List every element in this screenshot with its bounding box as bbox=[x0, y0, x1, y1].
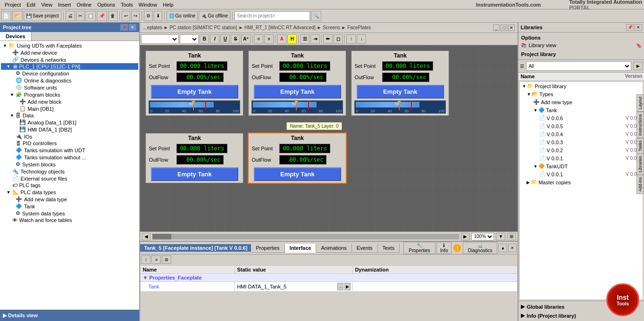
lib-item-tank[interactable]: ▼ 🔷 Tank bbox=[520, 106, 643, 114]
highlight-btn[interactable]: H bbox=[287, 34, 297, 44]
menu-tools[interactable]: Tools bbox=[118, 1, 136, 8]
filter-select[interactable]: All bbox=[526, 61, 631, 71]
bold-btn[interactable]: B bbox=[200, 34, 209, 44]
compile-btn[interactable]: ⚙ bbox=[144, 11, 153, 21]
tree-item[interactable]: 🔷Tank bbox=[1, 203, 138, 210]
tree-item[interactable]: ▼📐PLC data types bbox=[1, 189, 138, 196]
go-online-btn[interactable]: 🌐 Go online bbox=[167, 11, 198, 21]
properties-btn[interactable]: 🔧 Properties bbox=[403, 242, 435, 254]
tab-animations[interactable]: Animations bbox=[316, 244, 351, 253]
tree-item[interactable]: ▼🧩Program blocks bbox=[1, 91, 138, 98]
lib-item-tankudt[interactable]: ▼ 🔶 TankUDT bbox=[520, 162, 643, 170]
list-btn[interactable]: ☰ bbox=[300, 34, 309, 44]
menu-online[interactable]: Online bbox=[74, 1, 94, 8]
lib-item-v004[interactable]: 📄 V 0.0.4 V 0.0.4 bbox=[520, 130, 643, 138]
canvas-scroll[interactable]: Tank Set Point 00.000 liters OutFlow 00.… bbox=[140, 45, 518, 231]
menu-view[interactable]: View bbox=[38, 1, 55, 8]
diagnostics-btn[interactable]: 🔬 Diagnostics bbox=[463, 242, 498, 254]
move-down-btn[interactable]: ↓ bbox=[357, 34, 366, 44]
italic-btn[interactable]: I bbox=[210, 34, 219, 44]
delete-btn[interactable]: 🗑 bbox=[108, 11, 117, 21]
side-tab-instructions[interactable]: Instructions bbox=[636, 112, 644, 138]
canvas-hscroll[interactable] bbox=[152, 234, 459, 239]
tab-interface[interactable]: Interface bbox=[285, 244, 317, 253]
tree-item[interactable]: 📋Main [OB1] bbox=[1, 105, 138, 112]
tree-item[interactable]: 📄External source files bbox=[1, 175, 138, 182]
paste-btn[interactable]: 📌 bbox=[97, 11, 107, 21]
tree-item[interactable]: 🎛PID controllers bbox=[1, 140, 138, 147]
tree-item[interactable]: 🌐Online & diagnostics bbox=[1, 77, 138, 84]
canvas-prev-btn[interactable]: ◀ bbox=[142, 233, 151, 240]
tree-item[interactable]: ⚙Device configuration bbox=[1, 70, 138, 77]
superscript-btn[interactable]: A⁺ bbox=[241, 34, 251, 44]
tree-item[interactable]: 🔩Technology objects bbox=[1, 168, 138, 175]
bottom-expand-btn[interactable]: ▲ bbox=[498, 244, 507, 252]
undo-btn[interactable]: ↩ bbox=[122, 11, 130, 21]
lib-item-v006[interactable]: 📄 V 0.0.6 V 0.0.6 bbox=[520, 114, 643, 122]
save-btn[interactable]: 💾 Save project bbox=[24, 11, 61, 21]
expand-all-btn[interactable]: ⊞ bbox=[162, 255, 171, 264]
filter-btn[interactable]: ≡ bbox=[151, 255, 161, 264]
breadcrumb-close-btn[interactable]: ✕ bbox=[508, 25, 515, 31]
lib-item-master[interactable]: ▶ 📁 Master copies bbox=[520, 178, 643, 186]
tree-item[interactable]: ➕Add new device bbox=[1, 49, 138, 56]
copy-btn[interactable]: 📋 bbox=[85, 11, 96, 21]
tree-item[interactable]: ➕Add new block bbox=[1, 98, 138, 105]
empty-tank-btn-3[interactable]: Empty Tank bbox=[357, 85, 444, 99]
tree-item[interactable]: ⚙System data types bbox=[1, 210, 138, 217]
tree-item[interactable]: ➕Add new data type bbox=[1, 196, 138, 203]
menu-edit[interactable]: Edit bbox=[24, 1, 38, 8]
prop-value-tank[interactable]: HMI DATA_1_Tank_5 ... ▶ bbox=[235, 282, 353, 292]
open-btn[interactable]: 📂 bbox=[12, 11, 23, 21]
panel-pin-btn[interactable]: 📌 bbox=[120, 24, 128, 31]
lib-item-tankudt-v001[interactable]: 📄 V 0.0.1 V 0.0.1 bbox=[520, 170, 643, 178]
tree-item[interactable]: ⚙System blocks bbox=[1, 161, 138, 168]
tree-item[interactable]: 👁Watch and force tables bbox=[1, 217, 138, 223]
side-tab-addins[interactable]: Add-ins bbox=[636, 175, 644, 194]
lib-item-v002[interactable]: 📄 V 0.0.2 V 0.0.2 bbox=[520, 146, 643, 154]
download-btn[interactable]: ⬇ bbox=[154, 11, 162, 21]
tree-item[interactable]: 🏷PLC tags bbox=[1, 182, 138, 189]
tree-item[interactable]: ▼📁Using UDTs with Faceplates bbox=[1, 42, 138, 49]
info-btn[interactable]: ℹ Info bbox=[436, 242, 452, 254]
new-btn[interactable]: 📄 bbox=[1, 11, 11, 21]
lib-item-add-type[interactable]: ➕ Add new type bbox=[520, 98, 643, 106]
tree-item[interactable]: 🔌IOs bbox=[1, 133, 138, 140]
align-left-btn[interactable]: ≡ bbox=[254, 34, 263, 44]
underline-btn[interactable]: U bbox=[220, 34, 230, 44]
tab-devices[interactable]: Devices bbox=[0, 32, 32, 41]
lib-item-types[interactable]: ▼ 📂 Types bbox=[520, 90, 643, 98]
tree-item[interactable]: 🔗Devices & networks bbox=[1, 56, 138, 63]
menu-window[interactable]: Window bbox=[136, 1, 160, 8]
font-family-select[interactable] bbox=[141, 34, 179, 44]
tree-item[interactable]: ▼🖥PLC_1 [CPU 1512C-1 PN] bbox=[1, 63, 138, 70]
tree-item[interactable]: 🔷Tanks simulation with UDT bbox=[1, 147, 138, 154]
tab-properties[interactable]: Properties bbox=[251, 244, 284, 253]
empty-tank-btn-4[interactable]: Empty Tank bbox=[151, 167, 238, 181]
font-size-select[interactable] bbox=[180, 34, 199, 44]
tab-events[interactable]: Events bbox=[352, 244, 378, 253]
draw-btn[interactable]: ✏ bbox=[323, 34, 333, 44]
prop-arrow-btn[interactable]: ▶ bbox=[344, 283, 351, 290]
indent-btn[interactable]: ⇥ bbox=[310, 34, 320, 44]
side-tab-layout[interactable]: Layout bbox=[636, 94, 644, 112]
font-color-btn[interactable]: A bbox=[277, 34, 286, 44]
panel-close-btn[interactable]: ✕ bbox=[129, 24, 136, 31]
tree-item[interactable]: 🔷Tanks simulation without ... bbox=[1, 154, 138, 161]
bottom-close-btn[interactable]: ✕ bbox=[508, 244, 517, 252]
print-btn[interactable]: 🖨 bbox=[66, 11, 75, 21]
tree-item[interactable]: 💾Analog Data_1 [DB1] bbox=[1, 119, 138, 126]
tree-item[interactable]: 💾HMI DATA_1 [DB2] bbox=[1, 126, 138, 133]
lib-item-project[interactable]: ▼ 📁 Project library bbox=[520, 82, 643, 90]
tree-item[interactable]: ▼🗄Data bbox=[1, 112, 138, 119]
menu-options[interactable]: Options bbox=[94, 1, 118, 8]
tab-texts[interactable]: Texts bbox=[378, 244, 400, 253]
redo-btn[interactable]: ↪ bbox=[131, 11, 140, 21]
move-up-btn[interactable]: ↑ bbox=[346, 34, 356, 44]
sort-btn[interactable]: ↕ bbox=[141, 255, 151, 264]
strikethrough-btn[interactable]: S bbox=[231, 34, 240, 44]
menu-help[interactable]: Help bbox=[160, 1, 176, 8]
search-input[interactable] bbox=[234, 11, 310, 21]
align-center-btn[interactable]: ≡ bbox=[264, 34, 274, 44]
go-offline-btn[interactable]: 🔌 Go offline bbox=[199, 11, 230, 21]
